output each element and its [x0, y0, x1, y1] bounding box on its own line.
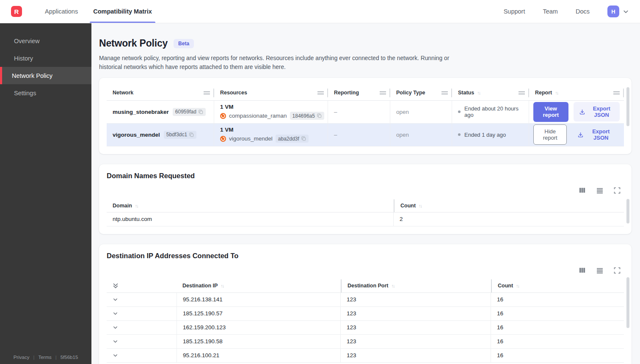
- sort-icon[interactable]: ↑↓: [135, 203, 138, 208]
- column-label: Resources: [220, 90, 247, 96]
- export-json-button[interactable]: Export JSON: [572, 125, 620, 144]
- nav-link-support[interactable]: Support: [504, 8, 525, 15]
- destination-row[interactable]: 185.125.190.57 123 16: [107, 307, 624, 321]
- export-json-label: Export JSON: [588, 128, 614, 141]
- drag-handle-icon[interactable]: [317, 91, 324, 94]
- count-cell: 16: [491, 293, 624, 306]
- destination-card-toolbar: [107, 267, 624, 274]
- drag-handle-icon[interactable]: [441, 91, 448, 94]
- sort-icon[interactable]: ↑↓: [555, 90, 558, 95]
- sidebar-item-history[interactable]: History: [0, 50, 91, 67]
- sort-icon[interactable]: ↑↓: [516, 283, 519, 288]
- policy-type-cell: open: [390, 124, 452, 146]
- row-expand-toggle[interactable]: [107, 349, 177, 362]
- expand-icon[interactable]: [614, 267, 621, 274]
- column-header-policy-type[interactable]: Policy Type: [390, 85, 452, 100]
- terms-link[interactable]: Terms: [38, 355, 51, 360]
- drag-handle-icon[interactable]: [204, 91, 210, 94]
- row-expand-toggle[interactable]: [107, 307, 177, 320]
- download-icon: [579, 109, 585, 115]
- copy-icon[interactable]: [317, 113, 322, 118]
- chevron-down-icon[interactable]: [113, 297, 118, 302]
- column-label: Count: [498, 283, 513, 289]
- resource-name: vigorous_mendel: [229, 135, 273, 142]
- nav-tab-compatibility-matrix[interactable]: Compatibility Matrix: [86, 0, 160, 23]
- column-header-status[interactable]: Status ↑↓: [452, 85, 529, 100]
- network-id-badge[interactable]: 60959fad: [173, 108, 206, 116]
- column-header-destination-port[interactable]: Destination Port ↑↓: [341, 279, 491, 292]
- row-expand-toggle[interactable]: [107, 321, 177, 334]
- nav-link-team[interactable]: Team: [543, 8, 557, 15]
- chevron-down-icon[interactable]: [113, 339, 118, 344]
- network-id: 60959fad: [175, 109, 196, 115]
- column-header-network[interactable]: Network: [107, 85, 214, 100]
- sort-icon[interactable]: ↑↓: [221, 283, 223, 288]
- chevron-down-icon[interactable]: [113, 353, 118, 358]
- row-expand-toggle[interactable]: [107, 335, 177, 348]
- table-scrollbar[interactable]: [626, 87, 629, 126]
- column-label: Destination IP: [182, 283, 218, 289]
- table-scrollbar[interactable]: [626, 199, 629, 223]
- resource-id-badge[interactable]: 184696a5: [290, 112, 324, 120]
- destination-row[interactable]: 185.125.190.58 123 16: [107, 335, 624, 349]
- double-chevron-down-icon[interactable]: [113, 282, 119, 289]
- table-scrollbar[interactable]: [626, 277, 629, 328]
- copy-icon[interactable]: [301, 136, 306, 141]
- view-report-button[interactable]: View report: [533, 102, 568, 122]
- column-header-count[interactable]: Count ↑↓: [491, 279, 624, 292]
- sidebar-item-overview[interactable]: Overview: [0, 32, 91, 50]
- domain-row[interactable]: ntp.ubuntu.com 2: [107, 212, 624, 226]
- column-header-domain[interactable]: Domain ↑↓: [107, 199, 394, 212]
- drag-handle-icon[interactable]: [613, 91, 620, 94]
- beta-badge: Beta: [174, 39, 194, 48]
- app-logo[interactable]: R: [11, 6, 22, 17]
- chevron-down-icon[interactable]: [113, 325, 118, 330]
- destination-ip-cell: 185.125.190.57: [177, 307, 341, 320]
- column-header-resources[interactable]: Resources: [214, 85, 328, 100]
- columns-icon[interactable]: [579, 187, 586, 194]
- sort-icon[interactable]: ↑↓: [419, 203, 422, 208]
- column-header-count[interactable]: Count ↑↓: [394, 199, 624, 212]
- drag-handle-icon[interactable]: [380, 91, 386, 94]
- column-header-destination-ip[interactable]: Destination IP ↑↓: [177, 279, 341, 292]
- user-menu[interactable]: H: [607, 6, 629, 17]
- nav-tab-applications[interactable]: Applications: [37, 0, 86, 23]
- sort-icon[interactable]: ↑↓: [477, 90, 480, 95]
- privacy-link[interactable]: Privacy: [14, 355, 30, 360]
- destination-row[interactable]: 95.216.138.141 123 16: [107, 293, 624, 307]
- resource-id: aba2dd3f: [278, 136, 299, 142]
- nav-link-docs[interactable]: Docs: [576, 8, 590, 15]
- network-row-vigorous-mendel[interactable]: vigorous_mendel 5bdf3dc1 1 VM vigorous_m…: [107, 124, 624, 146]
- column-header-reporting[interactable]: Reporting: [328, 85, 390, 100]
- column-label: Network: [113, 90, 133, 96]
- drag-handle-icon[interactable]: [519, 91, 525, 94]
- destination-row[interactable]: 95.216.100.21 123 16: [107, 349, 624, 363]
- hide-report-button[interactable]: Hide report: [533, 124, 567, 145]
- column-header-report[interactable]: Report ↑↓: [529, 85, 624, 100]
- rows-icon[interactable]: [596, 187, 604, 194]
- destination-port-cell: 123: [341, 321, 491, 334]
- network-id-badge[interactable]: 5bdf3dc1: [164, 131, 196, 139]
- expand-icon[interactable]: [614, 187, 621, 194]
- export-json-button[interactable]: Export JSON: [574, 102, 620, 121]
- resource-id-badge[interactable]: aba2dd3f: [276, 135, 309, 143]
- vm-icon: [220, 113, 226, 119]
- avatar[interactable]: H: [607, 6, 619, 17]
- column-label: Report: [535, 90, 552, 96]
- columns-icon[interactable]: [579, 267, 586, 274]
- row-expand-toggle[interactable]: [107, 293, 177, 306]
- copy-icon[interactable]: [189, 132, 194, 137]
- destination-port-cell: 123: [341, 293, 491, 306]
- chevron-down-icon[interactable]: [113, 311, 118, 316]
- sort-icon[interactable]: ↑↓: [392, 283, 394, 288]
- count-cell: 16: [491, 307, 624, 320]
- expand-all-header[interactable]: [107, 279, 177, 292]
- destination-row[interactable]: 162.159.200.123 123 16: [107, 321, 624, 335]
- network-row-musing-stonebraker[interactable]: musing_stonebraker 60959fad 1 VM compass…: [107, 101, 624, 124]
- rows-icon[interactable]: [596, 267, 604, 274]
- sidebar-footer: Privacy | Terms | 5f56b15: [0, 355, 91, 360]
- destination-port-cell: 123: [341, 349, 491, 362]
- copy-icon[interactable]: [199, 110, 203, 114]
- sidebar-item-network-policy[interactable]: Network Policy: [0, 67, 91, 84]
- sidebar-item-settings[interactable]: Settings: [0, 84, 91, 102]
